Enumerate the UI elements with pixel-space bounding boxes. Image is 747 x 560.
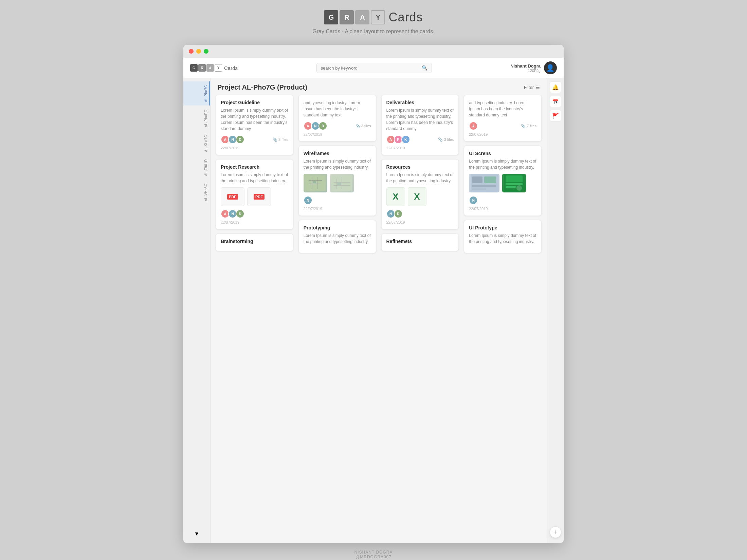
- sidebar-item-al-pho7g[interactable]: AL-Pho7G: [183, 81, 210, 106]
- svg-rect-16: [472, 188, 486, 190]
- excel-icon-2: X: [414, 191, 420, 202]
- card-body: and typesetting industry. Lorem Ipsum ha…: [304, 100, 371, 118]
- excel-thumbnail-2: X: [408, 187, 426, 206]
- card-project-research: Project Research Lorem Ipsum is simply d…: [216, 159, 293, 229]
- filter-label: Filter: [524, 85, 534, 90]
- card-title: Refinemets: [386, 239, 454, 244]
- avatar-chip: D: [394, 209, 403, 218]
- card-footer: A P K 📎 3 files: [386, 135, 454, 144]
- maximize-button[interactable]: [204, 49, 208, 54]
- card-refinemets: Refinemets: [381, 234, 459, 251]
- avatar[interactable]: 👤: [544, 61, 557, 74]
- card-date: 22/07/2019: [469, 132, 536, 136]
- map-thumbnail-2: [330, 174, 354, 192]
- search-input[interactable]: [321, 66, 419, 71]
- small-tile-r: R: [198, 64, 206, 72]
- card-project-guideline: Project Guideline Lorem Ipsum is simply …: [216, 95, 293, 155]
- card-title: Project Research: [221, 164, 288, 170]
- card-prototyping: Prototyping Lorem Ipsum is simply dummy …: [298, 220, 376, 253]
- logo-tile-a: A: [355, 10, 369, 24]
- card-date: 22/07/2019: [469, 207, 536, 211]
- map-svg-2: [332, 175, 352, 191]
- pdf-thumbnail: PDF: [247, 187, 271, 206]
- card-deliverables: Deliverables Lorem Ipsum is simply dummy…: [381, 95, 459, 155]
- card-footer: A N D 📎 3 files: [221, 135, 288, 144]
- card-title: Resources: [386, 164, 454, 170]
- card-avatars: A N D: [221, 209, 243, 218]
- add-button[interactable]: +: [550, 526, 561, 538]
- file-count: 📎 7 files: [521, 124, 536, 128]
- svg-rect-11: [337, 183, 341, 185]
- logo-tiles: G R A Y: [324, 10, 385, 24]
- avatar-chip: K: [401, 135, 410, 144]
- sidebar-item-al-vho8c[interactable]: AL-VHo8C: [183, 180, 210, 205]
- app-bar: G R A Y Cards 🔍 Nishant Dogra 120PJg 👤: [183, 58, 564, 78]
- card-body: Lorem Ipsum is simply dummy text of the …: [221, 107, 288, 132]
- bell-button[interactable]: 🔔: [550, 81, 561, 93]
- card-footer: N: [469, 196, 536, 205]
- filter-button[interactable]: Filter ☰: [524, 85, 540, 90]
- card-wireframes: Wireframes Lorem Ipsum is simply dummy t…: [298, 146, 376, 216]
- svg-rect-5: [313, 181, 316, 183]
- card-avatars: A N D: [304, 122, 326, 130]
- card-footer: N D: [386, 209, 454, 218]
- avatar-chip: A: [469, 122, 478, 130]
- pdf-label: PDF: [227, 194, 238, 200]
- calendar-button[interactable]: 📅: [550, 96, 561, 107]
- card-date: 22/07/2019: [221, 146, 288, 150]
- card-avatars: A P K: [386, 135, 409, 144]
- svg-rect-13: [472, 176, 482, 183]
- user-info: Nishant Dogra 120PJg: [510, 63, 541, 73]
- minimize-button[interactable]: [196, 49, 201, 54]
- sidebar-chevron[interactable]: ▼: [183, 528, 210, 540]
- flag-button[interactable]: 🚩: [550, 110, 561, 122]
- svg-rect-18: [506, 175, 523, 182]
- logo-tile-y: Y: [371, 10, 385, 24]
- card-footer: A N D 📎 3 files: [304, 122, 371, 130]
- map-svg: [305, 175, 326, 191]
- sidebar-item-al-phopg[interactable]: AL-PhoPG: [183, 106, 210, 131]
- screen-thumbnail-1: [469, 174, 499, 192]
- card-continuation-1: and typesetting industry. Lorem Ipsum ha…: [298, 95, 376, 142]
- card-attachments: [304, 174, 371, 192]
- card-body: Lorem Ipsum is simply dummy text of the …: [221, 172, 288, 184]
- avatar-chip: N: [469, 196, 478, 205]
- card-title: Brainstorming: [221, 239, 288, 244]
- content-area: Project AL-Pho7G (Product) Filter ☰ Proj…: [211, 78, 547, 543]
- avatar-chip: D: [236, 135, 244, 144]
- svg-rect-20: [506, 186, 516, 188]
- search-bar[interactable]: 🔍: [316, 63, 432, 73]
- screen-svg-1: [471, 174, 498, 192]
- user-name: Nishant Dogra: [510, 63, 541, 69]
- main-layout: AL-Pho7G AL-PhoPG AL-KLo7G AL-F901D AL-V…: [183, 78, 564, 543]
- svg-rect-19: [506, 183, 523, 185]
- close-button[interactable]: [189, 49, 194, 54]
- footer-name: NISHANT DOGRA: [354, 550, 393, 555]
- sidebar-item-al-f901d[interactable]: AL-F901D: [183, 156, 210, 180]
- card-title: UI Screns: [469, 151, 536, 156]
- card-title: Deliverables: [386, 100, 454, 105]
- card-date: 22/07/2019: [386, 220, 454, 224]
- app-logo: G R A Y Cards: [190, 64, 238, 72]
- page-footer: NISHANT DOGRA @mrdogra007: [354, 550, 393, 559]
- map-thumbnail: [304, 174, 327, 192]
- card-avatars: N D: [386, 209, 401, 218]
- card-body: Lorem Ipsum is simply dummy text of the …: [304, 158, 371, 170]
- svg-rect-14: [484, 176, 496, 183]
- window-titlebar: [183, 45, 564, 58]
- project-title: Project AL-Pho7G (Product): [217, 83, 307, 91]
- card-date: 22/07/2019: [304, 207, 371, 211]
- screen-svg-2: [504, 174, 524, 192]
- sidebar-item-al-klo7g[interactable]: AL-KLo7G: [183, 131, 210, 155]
- card-title: UI Prototype: [469, 225, 536, 230]
- file-count: 📎 3 files: [356, 124, 371, 128]
- page-subtitle: Gray Cards - A clean layout to represent…: [312, 29, 434, 35]
- window: G R A Y Cards 🔍 Nishant Dogra 120PJg 👤 A…: [183, 45, 564, 543]
- avatar-icon: 👤: [546, 64, 554, 72]
- card-title: Prototyping: [304, 225, 371, 230]
- card-column-1: Project Guideline Lorem Ipsum is simply …: [216, 95, 293, 253]
- card-avatars: N: [304, 196, 311, 205]
- small-logo-tiles: G R A Y: [190, 64, 222, 72]
- cards-scroll[interactable]: Project Guideline Lorem Ipsum is simply …: [211, 95, 547, 543]
- card-ui-screns: UI Screns Lorem Ipsum is simply dummy te…: [464, 146, 542, 216]
